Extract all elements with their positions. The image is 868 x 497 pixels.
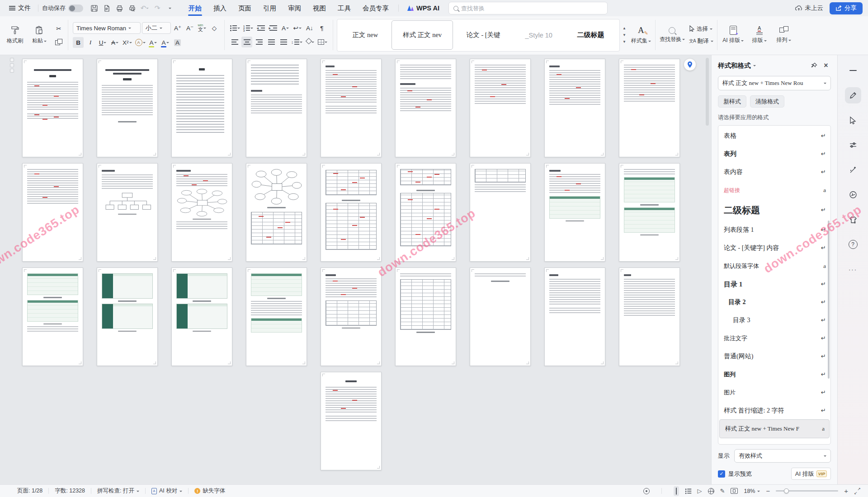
highlight-color-button[interactable]: A — [148, 37, 159, 48]
page-thumbnail-4[interactable] — [246, 59, 307, 157]
export-pdf-button[interactable] — [101, 3, 113, 14]
page-thumbnail-17[interactable] — [544, 163, 605, 262]
ai-tools-button[interactable] — [845, 162, 861, 178]
find-replace-button[interactable]: 查找替换 — [657, 18, 687, 52]
font-color-button[interactable]: A — [160, 37, 171, 48]
phonetic-guide-button[interactable]: wén文 — [197, 23, 208, 33]
style-item-13[interactable]: 普通(网站)↵ — [718, 347, 830, 366]
word-count[interactable]: 字数: 12328 — [55, 487, 85, 495]
zoom-in-button[interactable]: + — [844, 488, 848, 494]
page-thumbnail-19[interactable] — [22, 267, 83, 366]
page-thumbnail-23[interactable] — [321, 267, 382, 366]
edit-tool-button[interactable] — [845, 87, 861, 103]
gallery-style-3[interactable]: 论文 - [关键 — [455, 20, 512, 50]
sort-button[interactable]: A↓ — [304, 23, 315, 33]
new-style-button[interactable]: 新样式 — [718, 95, 746, 108]
select-button[interactable]: 选择 — [689, 25, 713, 33]
zoom-level[interactable]: 18% — [744, 488, 760, 494]
outline-view-button[interactable] — [685, 488, 691, 493]
distribute-button[interactable] — [278, 37, 289, 47]
read-mode-button[interactable]: ▷ — [698, 488, 702, 494]
font-size-select[interactable]: 小二 — [142, 22, 171, 34]
translate-button[interactable]: 文A 翻译 — [689, 38, 713, 45]
tab-member[interactable]: 会员专享 — [357, 0, 395, 16]
gallery-style-5[interactable]: 二级标题 — [566, 20, 616, 50]
tab-reference[interactable]: 引用 — [257, 0, 282, 16]
align-center-button[interactable] — [241, 37, 252, 47]
page-thumbnail-13[interactable] — [246, 163, 307, 262]
missing-font-warning[interactable]: !缺失字体 — [194, 487, 225, 495]
print-button[interactable] — [113, 3, 125, 14]
display-filter-select[interactable]: 有效样式 — [734, 449, 831, 463]
text-effects-button[interactable]: A — [134, 37, 146, 48]
copy-button[interactable] — [53, 38, 64, 47]
page-thumbnail-9[interactable] — [619, 59, 680, 157]
page-thumbnail-28[interactable] — [321, 372, 382, 470]
page-thumbnail-22[interactable] — [246, 267, 307, 366]
print-preview-button[interactable] — [126, 3, 138, 14]
redo-button[interactable]: ↷ — [151, 3, 163, 14]
close-panel-button[interactable]: × — [821, 61, 831, 70]
document-area[interactable] — [0, 55, 711, 484]
format-painter-button[interactable]: 格式刷 — [3, 18, 27, 52]
page-thumbnail-26[interactable] — [544, 267, 605, 366]
material-library-button[interactable] — [845, 187, 861, 203]
page-thumbnail-14[interactable] — [321, 163, 382, 262]
page-thumbnail-25[interactable] — [470, 267, 531, 366]
gallery-scroll-down-button[interactable]: ▼ — [623, 33, 626, 37]
tab-tools[interactable]: 工具 — [332, 0, 357, 16]
style-item-4[interactable]: 超链接a — [718, 181, 830, 199]
style-item-9[interactable]: 目录 1↵ — [718, 275, 830, 293]
increase-indent-button[interactable] — [268, 23, 278, 33]
clear-format-button-panel[interactable]: 清除格式 — [750, 95, 784, 108]
numbered-list-button[interactable]: 123 — [242, 23, 254, 33]
page-thumbnail-10[interactable] — [22, 163, 83, 262]
page-thumbnail-5[interactable] — [321, 59, 382, 157]
more-tools-button[interactable]: ··· — [845, 261, 861, 277]
page-thumbnail-3[interactable] — [171, 59, 232, 157]
style-item-14[interactable]: 图列↵ — [718, 366, 830, 384]
style-item-17[interactable]: 样式 正文 new + Times New Fa — [720, 420, 829, 438]
ink-button[interactable]: ✎ — [720, 488, 725, 494]
page-thumbnail-16[interactable] — [470, 163, 531, 262]
paste-button[interactable]: 粘贴 — [27, 18, 52, 52]
tab-insert[interactable]: 插入 — [208, 0, 232, 16]
eye-protection-button[interactable] — [643, 488, 650, 494]
tab-wps-ai[interactable]: WPS AI — [402, 5, 444, 12]
page-thumbnail-7[interactable] — [470, 59, 531, 157]
undo-button[interactable]: ↶ — [139, 3, 151, 14]
spellcheck-status[interactable]: 拼写检查: 打开 — [97, 487, 139, 495]
page-thumbnail-8[interactable] — [544, 59, 605, 157]
tab-home[interactable]: 开始 — [183, 0, 208, 16]
page-thumbnail-6[interactable] — [395, 59, 456, 157]
zoom-slider-knob[interactable] — [784, 488, 789, 493]
style-item-16[interactable]: 样式 首行缩进: 2 字符↵ — [718, 402, 830, 420]
tab-view[interactable]: 视图 — [307, 0, 332, 16]
style-item-12[interactable]: 批注文字↵ — [718, 329, 830, 347]
find-replace-searchbox[interactable] — [448, 2, 608, 14]
cut-button[interactable]: ✂ — [53, 24, 64, 33]
autosave-toggle[interactable] — [68, 5, 83, 12]
page-thumbnail-2[interactable] — [97, 59, 158, 157]
scrollbar-thumb[interactable] — [706, 58, 709, 126]
fullscreen-button[interactable] — [854, 488, 861, 494]
ai-proofread-button[interactable]: AAI 校对 — [151, 487, 182, 495]
show-preview-checkbox[interactable]: ✓ — [718, 470, 725, 478]
arrange-button[interactable]: 排列 — [772, 18, 796, 52]
page-thumbnail-27[interactable] — [619, 267, 680, 366]
zoom-out-button[interactable]: − — [766, 488, 770, 494]
style-item-1[interactable]: 表格↵ — [718, 127, 830, 145]
collapsed-toolbar[interactable] — [10, 58, 14, 73]
bullet-list-button[interactable] — [229, 23, 241, 33]
underline-button[interactable]: U — [97, 37, 108, 48]
justify-button[interactable] — [266, 37, 277, 47]
page-thumbnail-18[interactable] — [619, 163, 680, 262]
cloud-status[interactable]: 未上云 — [795, 4, 824, 12]
page-thumbnail-20[interactable] — [97, 267, 158, 366]
main-menu-button[interactable]: 文件 — [5, 2, 34, 14]
document-locate-button[interactable] — [684, 59, 696, 70]
search-input[interactable] — [461, 5, 603, 12]
bold-button[interactable]: B — [73, 37, 84, 48]
superscript-button[interactable]: X² — [122, 37, 133, 48]
current-style-select[interactable]: 样式 正文 new + Times New Rou — [718, 76, 831, 90]
